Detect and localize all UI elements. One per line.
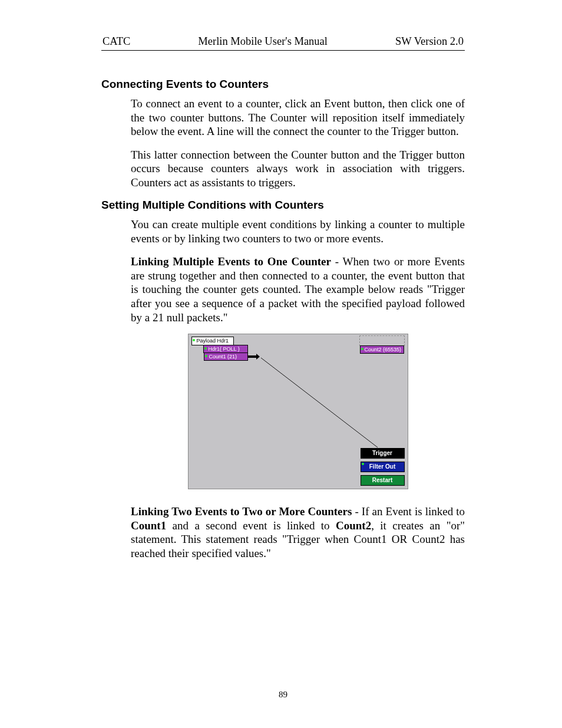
header-right: SW Version 2.0 (395, 35, 464, 48)
action-column: Trigger Filter Out Restart (361, 448, 405, 486)
filter-out-button[interactable]: Filter Out (361, 462, 405, 472)
label: Count1 (21) (209, 354, 237, 360)
count2-term: Count2 (336, 519, 371, 532)
page-header: CATC Merlin Mobile User's Manual SW Vers… (101, 35, 465, 50)
header-rule (101, 50, 465, 51)
event-payload-box[interactable]: Payload Hdr1 (191, 337, 234, 345)
led-icon (193, 339, 195, 341)
led-icon (362, 463, 364, 465)
count1-term: Count1 (131, 519, 166, 532)
paragraph-lead: Linking Multiple Events to One Counter (131, 255, 331, 268)
restart-button[interactable]: Restart (361, 475, 405, 486)
led-icon (205, 355, 207, 357)
label: Count2 (65535) (365, 347, 402, 353)
label: Trigger (372, 450, 392, 456)
paragraph: You can create multiple event conditions… (131, 218, 465, 245)
event-poll-box[interactable]: Hdr1( POLL ) (203, 345, 248, 353)
heading-setting-multiple: Setting Multiple Conditions with Counter… (101, 199, 465, 212)
label: Filter Out (369, 463, 395, 470)
label: Hdr1( POLL ) (209, 346, 240, 352)
heading-connecting-events: Connecting Events to Counters (101, 78, 465, 91)
label: Restart (372, 477, 392, 483)
counter-count2-box[interactable]: Count2 (65535) (360, 345, 404, 354)
trigger-button[interactable]: Trigger (361, 448, 405, 459)
paragraph: Linking Multiple Events to One Counter -… (131, 255, 465, 324)
text: - If an Event is linked to (352, 505, 465, 518)
paragraph: Linking Two Events to Two or More Counte… (131, 505, 465, 560)
paragraph: To connect an event to a counter, click … (131, 97, 465, 139)
counter-count2-placeholder (359, 335, 405, 346)
text: and a second event is linked to (166, 519, 336, 532)
label: Payload Hdr1 (197, 338, 229, 344)
header-center: Merlin Mobile User's Manual (198, 35, 328, 48)
paragraph-lead: Linking Two Events to Two or More Counte… (131, 505, 352, 518)
led-icon (204, 347, 207, 350)
connector-arrow-icon (248, 355, 257, 358)
paragraph: This latter connection between the Count… (131, 148, 465, 190)
page-number: 89 (101, 690, 465, 700)
figure-counter-diagram: Payload Hdr1 Hdr1( POLL ) Count1 (21) Co… (188, 334, 408, 489)
header-left: CATC (103, 35, 130, 48)
led-icon (361, 348, 363, 350)
svg-line-0 (261, 358, 378, 447)
counter-count1-box[interactable]: Count1 (21) (204, 353, 248, 361)
